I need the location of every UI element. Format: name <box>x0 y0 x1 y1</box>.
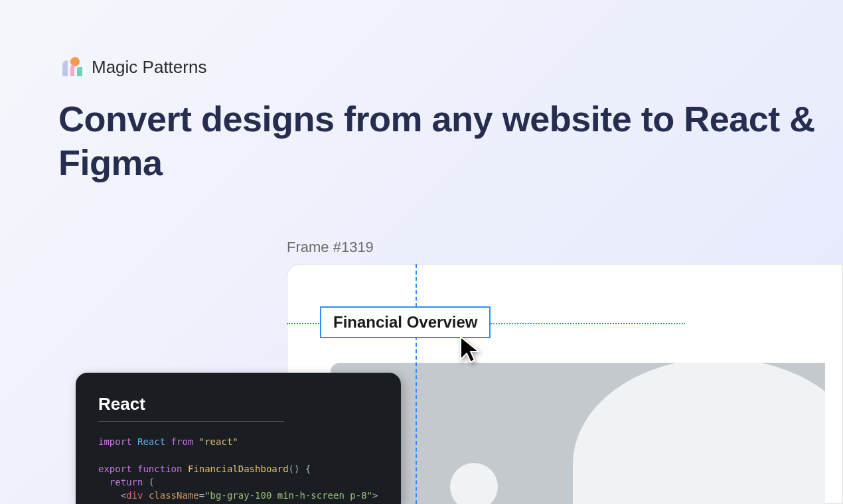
code-panel-title: React <box>98 394 284 422</box>
code-token: import <box>98 436 132 447</box>
placeholder-image <box>331 363 825 504</box>
code-token: < <box>121 490 126 501</box>
code-token: React <box>137 436 165 447</box>
brand-name: Magic Patterns <box>92 57 206 78</box>
page-headline: Convert designs from any website to Reac… <box>0 78 843 185</box>
placeholder-mountain-icon <box>573 363 825 504</box>
code-block: import React from "react" export functio… <box>98 435 378 502</box>
code-token: div <box>126 490 143 501</box>
code-token: return <box>110 477 143 487</box>
code-token: export <box>98 464 132 474</box>
svg-point-0 <box>70 57 80 66</box>
selection-text: Financial Overview <box>333 313 477 331</box>
figma-selection[interactable]: Financial Overview <box>320 306 491 338</box>
code-panel: React import React from "react" export f… <box>76 373 401 504</box>
code-token: > <box>372 490 378 501</box>
code-token: ( <box>149 477 154 487</box>
code-token: className <box>149 490 199 501</box>
code-token: = <box>199 490 204 501</box>
code-token: "bg-gray-100 min-h-screen p-8" <box>204 490 372 501</box>
brand-logo-icon <box>61 56 82 78</box>
placeholder-sun-icon <box>450 463 498 504</box>
code-token: "react" <box>199 436 238 447</box>
code-token: function <box>137 464 182 474</box>
code-token: from <box>171 436 194 447</box>
code-token: () <box>289 464 300 474</box>
brand-header: Magic Patterns <box>0 0 843 78</box>
code-token: FinancialDashboard <box>188 464 289 474</box>
cursor-icon <box>459 336 483 367</box>
code-token: { <box>305 464 311 474</box>
frame-label: Frame #1319 <box>287 239 374 256</box>
figma-guide-vertical <box>416 264 417 504</box>
